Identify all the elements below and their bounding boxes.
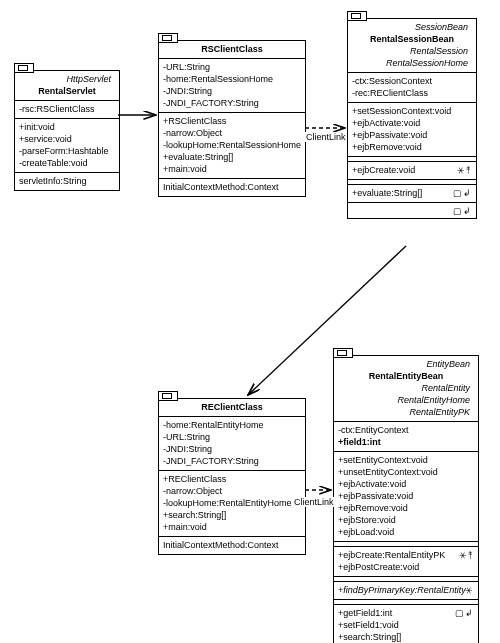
class-name: RentalSessionBean — [352, 33, 472, 45]
bottom: InitialContextMethod:Context — [159, 537, 305, 554]
realize-icon: ▢↲ — [455, 607, 474, 619]
class-rs-client: RSClientClass -URL:String-home:RentalSes… — [158, 40, 306, 197]
impl: RentalEntityPK — [338, 406, 474, 418]
attributes: -URL:String-home:RentalSessionHome-JNDI:… — [159, 59, 305, 113]
operations: +setEntityContext:void+unsetEntityContex… — [334, 452, 478, 542]
realize-icon: ⚹ — [465, 584, 474, 596]
assoc-label: ClientLink — [293, 497, 335, 507]
realize-icon: ▢↲ — [453, 205, 472, 217]
impl: RentalEntityHome — [338, 394, 474, 406]
impl: RentalEntity — [338, 382, 474, 394]
stereotype: SessionBean — [352, 21, 472, 33]
operations: ⚹ +findByPrimaryKey:RentalEntity — [334, 582, 478, 600]
end: ▢↲ — [348, 203, 476, 218]
operations: ⚹↟ +ejbCreate:RentalEntityPK +ejbPostCre… — [334, 547, 478, 577]
attributes: -rsc:RSClientClass — [15, 101, 119, 119]
class-name: REClientClass — [163, 401, 301, 413]
realize-icon: ⚹↟ — [457, 164, 472, 176]
impl: RentalSessionHome — [352, 57, 472, 69]
operations: +setSessionContext:void+ejbActivate:void… — [348, 103, 476, 157]
operations: ▢↲ +getField1:int +setField1:void +searc… — [334, 605, 478, 643]
stereotype: EntityBean — [338, 358, 474, 370]
operations: +REClientClass-narrow:Object-lookupHome:… — [159, 471, 305, 537]
operations: ▢↲ +evaluate:String[] — [348, 185, 476, 203]
attributes: -home:RentalEntityHome-URL:String-JNDI:S… — [159, 417, 305, 471]
component-tab-icon — [347, 11, 367, 21]
realize-icon: ⚹↟ — [459, 549, 474, 561]
class-rental-session-bean: SessionBean RentalSessionBean RentalSess… — [347, 18, 477, 219]
realize-icon: ▢↲ — [453, 187, 472, 199]
class-name: RentalEntityBean — [338, 370, 474, 382]
stereotype: HttpServlet — [19, 73, 115, 85]
class-rental-servlet: HttpServlet RentalServlet -rsc:RSClientC… — [14, 70, 120, 191]
attributes: -ctx:EntityContext +field1:int — [334, 422, 478, 452]
class-name: RentalServlet — [19, 85, 115, 97]
bottom: InitialContextMethod:Context — [159, 179, 305, 196]
component-tab-icon — [158, 33, 178, 43]
component-tab-icon — [14, 63, 34, 73]
class-name: RSClientClass — [163, 43, 301, 55]
operations: ⚹↟ +ejbCreate:void — [348, 162, 476, 180]
operations: +init:void+service:void-parseForm:Hashta… — [15, 119, 119, 173]
component-tab-icon — [333, 348, 353, 358]
bottom: servletInfo:String — [15, 173, 119, 190]
class-re-client: REClientClass -home:RentalEntityHome-URL… — [158, 398, 306, 555]
impl: RentalSession — [352, 45, 472, 57]
class-rental-entity-bean: EntityBean RentalEntityBean RentalEntity… — [333, 355, 479, 643]
component-tab-icon — [158, 391, 178, 401]
operations: +RSClientClass-narrow:Object-lookupHome:… — [159, 113, 305, 179]
attributes: -ctx:SessionContext-rec:REClientClass — [348, 73, 476, 103]
assoc-label: ClientLink — [305, 132, 347, 142]
